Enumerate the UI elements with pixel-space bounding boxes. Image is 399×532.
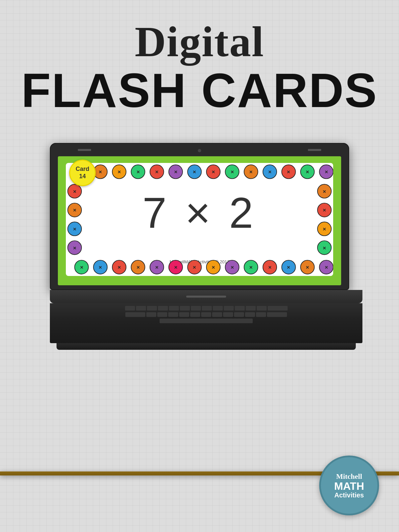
svg-text:✕: ✕ bbox=[268, 265, 272, 270]
key bbox=[158, 306, 168, 311]
brand-mitchell: Mitchell bbox=[336, 472, 362, 481]
key-wide bbox=[267, 312, 287, 317]
svg-text:✕: ✕ bbox=[323, 189, 326, 194]
key bbox=[223, 312, 233, 317]
laptop-image: Card 14 .btn { stroke: #222; stroke-widt… bbox=[50, 143, 349, 350]
key bbox=[157, 312, 167, 317]
svg-text:✕: ✕ bbox=[211, 170, 215, 175]
svg-text:✕: ✕ bbox=[287, 265, 291, 270]
svg-text:✕: ✕ bbox=[211, 265, 215, 270]
svg-text:✕: ✕ bbox=[80, 265, 83, 270]
svg-text:✕: ✕ bbox=[325, 265, 328, 270]
laptop-hinge-right bbox=[308, 149, 321, 151]
brand-activities: Activities bbox=[334, 491, 364, 499]
laptop-hinge-left bbox=[78, 149, 91, 151]
svg-text:✕: ✕ bbox=[73, 208, 76, 213]
laptop-base bbox=[50, 290, 362, 350]
key bbox=[257, 306, 267, 311]
key bbox=[147, 306, 157, 311]
svg-text:✕: ✕ bbox=[323, 208, 326, 213]
svg-text:✕: ✕ bbox=[136, 265, 140, 270]
svg-text:✕: ✕ bbox=[73, 189, 76, 194]
svg-text:✕: ✕ bbox=[136, 170, 140, 175]
title-flash-cards: FLASH CARDS bbox=[0, 66, 399, 115]
key bbox=[213, 306, 223, 311]
key bbox=[169, 306, 179, 311]
laptop-screen: Card 14 .btn { stroke: #222; stroke-widt… bbox=[58, 156, 341, 285]
svg-text:✕: ✕ bbox=[73, 246, 76, 251]
key bbox=[125, 306, 135, 311]
svg-text:✕: ✕ bbox=[98, 170, 102, 175]
key bbox=[235, 306, 245, 311]
svg-text:✕: ✕ bbox=[73, 227, 76, 232]
page-background: Digital FLASH CARDS Card 14 bbox=[0, 0, 399, 532]
svg-text:✕: ✕ bbox=[306, 170, 309, 175]
key bbox=[234, 312, 244, 317]
key bbox=[256, 312, 266, 317]
laptop-camera bbox=[198, 149, 201, 152]
key bbox=[224, 306, 234, 311]
svg-text:✕: ✕ bbox=[155, 265, 159, 270]
svg-text:✕: ✕ bbox=[230, 170, 234, 175]
key-spacebar bbox=[160, 319, 253, 323]
svg-text:✕: ✕ bbox=[287, 170, 291, 175]
svg-text:✕: ✕ bbox=[323, 227, 326, 232]
laptop-trackpad bbox=[186, 296, 226, 298]
key bbox=[146, 312, 156, 317]
key bbox=[136, 306, 146, 311]
svg-text:✕: ✕ bbox=[155, 170, 159, 175]
svg-text:✕: ✕ bbox=[174, 265, 178, 270]
svg-text:✕: ✕ bbox=[249, 170, 253, 175]
key bbox=[202, 306, 212, 311]
key bbox=[245, 312, 255, 317]
flash-card: Card 14 .btn { stroke: #222; stroke-widt… bbox=[66, 163, 333, 276]
key bbox=[191, 306, 201, 311]
key bbox=[246, 306, 256, 311]
title-digital: Digital bbox=[0, 0, 399, 63]
svg-text:✕: ✕ bbox=[230, 265, 234, 270]
svg-text:✕: ✕ bbox=[323, 246, 326, 251]
laptop-keyboard-body bbox=[50, 303, 362, 343]
key bbox=[190, 312, 200, 317]
brand-math: MATH bbox=[334, 481, 364, 491]
key bbox=[212, 312, 222, 317]
key-wide bbox=[268, 306, 288, 311]
svg-text:✕: ✕ bbox=[306, 265, 309, 270]
brand-badge: Mitchell MATH Activities bbox=[319, 456, 379, 515]
svg-text:✕: ✕ bbox=[193, 170, 196, 175]
card-number-badge: Card 14 bbox=[69, 160, 96, 186]
key bbox=[179, 312, 189, 317]
laptop-keyboard-area bbox=[50, 290, 362, 303]
svg-text:✕: ✕ bbox=[249, 265, 253, 270]
key bbox=[180, 306, 190, 311]
svg-text:✕: ✕ bbox=[117, 265, 121, 270]
svg-text:✕: ✕ bbox=[174, 170, 178, 175]
svg-text:✕: ✕ bbox=[193, 265, 196, 270]
key-wide bbox=[125, 312, 145, 317]
key bbox=[168, 312, 178, 317]
svg-text:✕: ✕ bbox=[98, 265, 102, 270]
svg-text:✕: ✕ bbox=[117, 170, 121, 175]
svg-text:✕: ✕ bbox=[325, 170, 328, 175]
laptop-bottom-edge bbox=[57, 343, 356, 350]
laptop-screen-bezel: Card 14 .btn { stroke: #222; stroke-widt… bbox=[50, 143, 349, 290]
svg-text:✕: ✕ bbox=[268, 170, 272, 175]
button-border-svg: .btn { stroke: #222; stroke-width: 2; } … bbox=[66, 163, 333, 276]
key bbox=[201, 312, 211, 317]
